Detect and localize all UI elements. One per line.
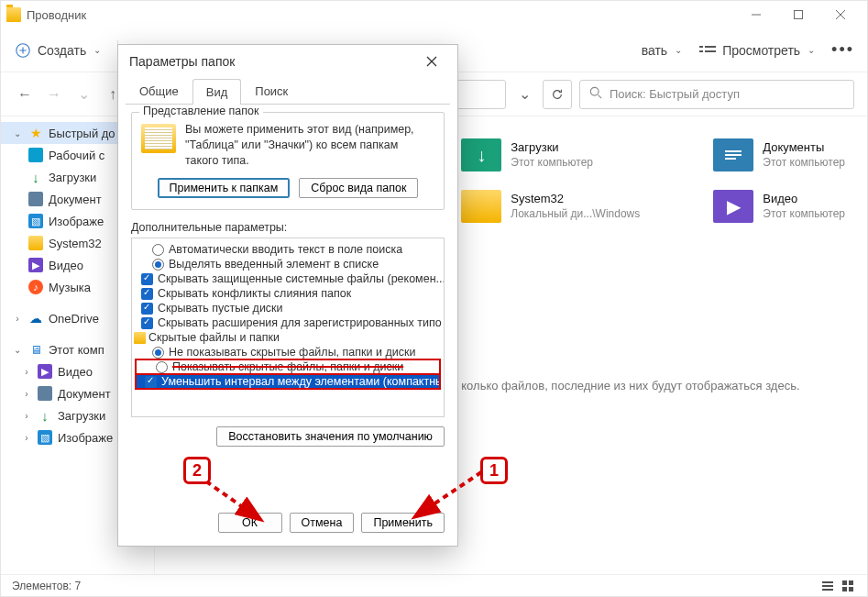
sort-label: вать: [642, 43, 667, 58]
dialog-button-row: ОК Отмена Применить: [118, 503, 457, 546]
dialog-body: Представление папок Вы можете применить …: [118, 105, 457, 503]
svg-rect-13: [842, 580, 847, 585]
search-placeholder: Поиск: Быстрый доступ: [610, 87, 740, 101]
details-view-button[interactable]: [819, 578, 836, 594]
plus-circle-icon: [14, 41, 32, 60]
statusbar: Элементов: 7: [1, 574, 867, 596]
svg-rect-2: [699, 46, 703, 48]
refresh-button[interactable]: [543, 80, 572, 109]
option-hide-empty-drives[interactable]: Скрывать пустые диски: [132, 301, 444, 315]
svg-rect-3: [705, 46, 716, 48]
image-icon: ▧: [28, 214, 43, 228]
chevron-down-icon: ⌄: [12, 128, 23, 138]
option-hide-merge-conflicts[interactable]: Скрывать конфликты слияния папок: [132, 286, 444, 301]
sidebar-label: System32: [49, 237, 102, 250]
folder-view-group: Представление папок Вы можете применить …: [131, 112, 445, 210]
download-icon: ↓: [28, 170, 43, 184]
breadcrumb-dropdown[interactable]: ⌄: [513, 83, 535, 105]
annotation-badge-1: 1: [480, 457, 508, 484]
apply-button[interactable]: Применить: [361, 513, 445, 533]
up-button[interactable]: ⌄: [72, 83, 94, 105]
advanced-label: Дополнительные параметры:: [131, 221, 445, 234]
tab-search[interactable]: Поиск: [241, 78, 302, 104]
cancel-button[interactable]: Отмена: [290, 513, 355, 533]
maximize-button[interactable]: [777, 1, 819, 28]
svg-rect-15: [842, 587, 847, 591]
advanced-options-list[interactable]: Автоматически вводить текст в поле поиск…: [131, 238, 445, 417]
option-hide-extensions[interactable]: Скрывать расширения для зарегистрированн…: [132, 315, 444, 330]
chevron-down-icon: ⌄: [675, 45, 682, 55]
svg-rect-11: [822, 585, 833, 587]
option-auto-type[interactable]: Автоматически вводить текст в поле поиск…: [132, 242, 444, 257]
sidebar-label: Документ: [58, 387, 111, 401]
sidebar-label: Быстрый до: [49, 127, 115, 140]
apply-to-folders-button[interactable]: Применить к папкам: [158, 178, 291, 198]
option-hide-protected[interactable]: Скрывать защищенные системные файлы (рек…: [132, 271, 444, 286]
sort-button[interactable]: вать ⌄: [642, 43, 682, 58]
view-label: Просмотреть: [722, 43, 800, 58]
icon-view-button[interactable]: [840, 578, 856, 594]
reset-folders-button[interactable]: Сброс вида папок: [299, 178, 418, 198]
sidebar-label: Рабочий с: [49, 149, 104, 162]
folder-sub: Локальный ди...\Windows: [511, 207, 640, 221]
view-button[interactable]: Просмотреть ⌄: [698, 41, 815, 60]
search-icon: [589, 86, 602, 102]
option-select-typed[interactable]: Выделять введенный элемент в списке: [132, 257, 444, 271]
forward-button[interactable]: →: [43, 83, 65, 105]
desktop-icon: [28, 148, 43, 162]
minimize-button[interactable]: [735, 1, 777, 28]
ok-button[interactable]: ОК: [218, 513, 282, 533]
close-button[interactable]: [819, 1, 862, 28]
dialog-tabs: Общие Вид Поиск: [118, 78, 457, 104]
pc-icon: 🖥: [28, 342, 43, 357]
folder-video[interactable]: ▶ Видео Этот компьютер: [713, 190, 845, 223]
create-label: Создать: [38, 43, 86, 58]
folder-downloads[interactable]: ↓ Загрузки Этот компьютер: [461, 138, 640, 171]
more-button[interactable]: •••: [831, 40, 854, 60]
svg-point-6: [590, 87, 599, 95]
sidebar-label: Документ: [49, 193, 102, 206]
chevron-right-icon: ›: [21, 389, 32, 399]
dialog-title: Параметры папок: [129, 54, 235, 69]
svg-rect-12: [822, 589, 833, 591]
svg-rect-0: [795, 11, 803, 19]
recent-files-hint: колько файлов, последние из них будут от…: [461, 379, 845, 392]
option-dont-show-hidden[interactable]: Не показывать скрытые файлы, папки и дис…: [132, 345, 444, 359]
svg-rect-5: [705, 50, 716, 52]
sidebar-label: OneDrive: [49, 312, 99, 326]
sidebar-label: Загрузки: [58, 409, 105, 423]
option-show-hidden[interactable]: Показывать скрытые файлы, папки и диски: [136, 359, 440, 374]
restore-defaults-button[interactable]: Восстановить значения по умолчанию: [216, 426, 445, 447]
folder-icon: [6, 7, 21, 22]
document-icon: [28, 192, 43, 206]
folder-title: Документы: [763, 140, 845, 155]
svg-rect-8: [725, 154, 742, 156]
folder-documents[interactable]: Документы Этот компьютер: [713, 138, 845, 171]
chevron-down-icon: ⌄: [93, 45, 101, 55]
search-input[interactable]: Поиск: Быстрый доступ: [579, 80, 854, 109]
sidebar-label: Загрузки: [49, 171, 96, 184]
svg-rect-14: [849, 580, 853, 585]
sidebar-label: Этот комп: [49, 343, 104, 357]
folder-sub: Этот компьютер: [511, 156, 593, 170]
download-icon: ↓: [38, 408, 52, 423]
option-hidden-files-group[interactable]: Скрытые файлы и папки: [132, 330, 444, 345]
back-button[interactable]: ←: [14, 83, 36, 105]
folder-icon: [461, 190, 501, 223]
group-legend: Представление папок: [139, 105, 263, 117]
svg-rect-7: [725, 150, 742, 152]
dialog-close-button[interactable]: [417, 47, 446, 76]
folder-title: Видео: [763, 192, 845, 206]
svg-rect-16: [849, 587, 853, 591]
tab-view[interactable]: Вид: [192, 79, 242, 105]
folder-system32[interactable]: System32 Локальный ди...\Windows: [461, 190, 640, 223]
folder-thumbnail-icon: [141, 124, 176, 153]
option-compact-spacing[interactable]: Уменьшить интервал между элементами (ком…: [136, 374, 440, 389]
dialog-titlebar: Параметры папок: [118, 45, 457, 78]
folder-title: Загрузки: [511, 140, 593, 155]
video-icon: ▶: [28, 258, 43, 272]
create-button[interactable]: Создать ⌄: [14, 41, 101, 60]
item-count: Элементов: 7: [12, 580, 81, 592]
chevron-right-icon: ›: [21, 411, 32, 421]
tab-general[interactable]: Общие: [126, 78, 192, 104]
